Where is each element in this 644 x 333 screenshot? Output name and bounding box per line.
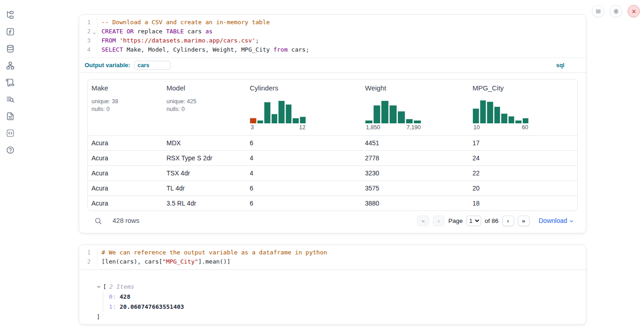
data-table: Makeunique: 38nulls: 0Modelunique: 425nu… xyxy=(87,79,578,211)
code-token: -- Download a CSV and create an in-memor… xyxy=(102,19,270,26)
column-header-cylinders[interactable]: Cylinders312 xyxy=(246,79,361,135)
list-output-tree: [ 2 Items 0: 4281: 20.060747663551403 ] xyxy=(87,276,578,322)
database-icon xyxy=(6,44,15,53)
table-cell: 4 xyxy=(246,154,361,162)
output-variable-input[interactable] xyxy=(134,61,171,70)
panel-snippets[interactable] xyxy=(5,128,15,137)
histogram-bars xyxy=(365,99,422,123)
chevron-down-icon xyxy=(569,219,574,224)
python-code-editor[interactable]: 12 # We can reference the output variabl… xyxy=(79,245,586,270)
table-cell: 2778 xyxy=(361,154,469,162)
column-stats: unique: 38nulls: 0 xyxy=(91,98,159,113)
column-header-weight[interactable]: Weight1,8507,190 xyxy=(361,79,469,135)
function-square-icon xyxy=(6,27,15,36)
first-page-button[interactable]: « xyxy=(417,216,429,226)
fold-chevron-icon[interactable] xyxy=(92,29,97,34)
code-token: from xyxy=(274,46,288,53)
sidebar xyxy=(0,0,20,333)
code-token: 'https://datasets.marimo.app/cars.csv' xyxy=(119,37,255,44)
code-token xyxy=(123,28,127,35)
column-header-model[interactable]: Modelunique: 425nulls: 0 xyxy=(163,79,246,135)
table-cell: 20 xyxy=(469,185,578,192)
histogram-bars xyxy=(250,99,306,123)
tree-root-line: [ 2 Items xyxy=(97,282,578,292)
menu-button[interactable] xyxy=(592,5,604,17)
histogram-bar xyxy=(300,116,306,123)
code-token: replace xyxy=(134,28,166,35)
code-token: cars xyxy=(184,28,205,35)
histogram-bar xyxy=(278,100,285,123)
code-line: # We can reference the output variable a… xyxy=(102,248,586,257)
item-colon: : xyxy=(113,303,120,310)
download-button[interactable]: Download xyxy=(539,217,574,224)
table-cell: 3575 xyxy=(361,185,469,192)
next-page-icon: › xyxy=(507,217,509,224)
code-token: [len(cars), cars[ xyxy=(102,258,162,265)
pagination: « ‹ Page 1 of 86 › » Download xyxy=(417,216,577,226)
code-line: SELECT Make, Model, Cylinders, Weight, M… xyxy=(102,45,586,54)
panel-help[interactable] xyxy=(5,145,15,154)
next-page-button[interactable]: › xyxy=(502,216,514,226)
table-footer: 428 rows « ‹ Page 1 of 86 › » Download xyxy=(87,211,578,230)
tree-item: 1: 20.060747663551403 xyxy=(109,302,578,312)
table-cell: Acura xyxy=(88,200,163,207)
page-select[interactable]: 1 xyxy=(467,216,481,226)
panel-scratchpad[interactable] xyxy=(5,78,15,87)
table-cell: MDX xyxy=(163,139,246,147)
panel-variables[interactable] xyxy=(5,27,15,36)
code-token: FROM xyxy=(102,37,116,44)
line-number: 1 xyxy=(79,18,97,27)
histogram-bar xyxy=(494,106,501,123)
histogram-bar xyxy=(365,120,373,123)
histogram-bar xyxy=(389,105,397,123)
panel-datasources[interactable] xyxy=(5,44,15,53)
table-cell: Acura xyxy=(88,154,163,162)
histogram-bar xyxy=(397,111,405,123)
code-line: [len(cars), cars["MPG_City"].mean()] xyxy=(102,257,586,266)
axis-max-label: 60 xyxy=(522,124,528,131)
row-count: 428 rows xyxy=(113,217,140,224)
column-histogram: 1,8507,190 xyxy=(365,99,422,131)
last-page-button[interactable]: » xyxy=(518,216,530,226)
panel-dependencies[interactable] xyxy=(5,61,15,70)
code-token: as xyxy=(205,28,213,35)
settings-button[interactable] xyxy=(610,5,622,17)
scroll-icon xyxy=(6,78,15,87)
page-label: Page xyxy=(448,217,463,224)
column-header-mpg_city[interactable]: MPG_City1060 xyxy=(469,79,578,135)
code-line: CREATE OR replace TABLE cars as xyxy=(102,27,586,36)
language-badge[interactable]: sql xyxy=(556,62,564,69)
table-cell: Acura xyxy=(88,139,163,147)
shutdown-button[interactable] xyxy=(628,5,640,17)
table-cell: 4451 xyxy=(361,139,469,147)
histogram-bar xyxy=(480,100,487,123)
tree-close-line: ] xyxy=(97,312,578,322)
table-cell: 3880 xyxy=(361,200,469,207)
file-tree-icon xyxy=(6,11,15,19)
line-number: 2 xyxy=(79,257,97,266)
code-line: FROM 'https://datasets.marimo.app/cars.c… xyxy=(102,36,586,45)
histogram-bar xyxy=(413,120,421,123)
prev-page-button[interactable]: ‹ xyxy=(433,216,445,226)
table-cell: TL 4dr xyxy=(163,185,246,192)
histogram-bar xyxy=(285,104,292,123)
open-bracket: [ xyxy=(103,282,107,292)
panel-file-explorer[interactable] xyxy=(5,10,15,19)
search-icon[interactable] xyxy=(94,217,102,225)
collapse-chevron-icon[interactable] xyxy=(97,285,101,289)
table-cell: Acura xyxy=(88,185,163,192)
column-header-make[interactable]: Makeunique: 38nulls: 0 xyxy=(88,79,163,135)
gear-icon xyxy=(613,8,619,15)
code-token: OR xyxy=(127,28,134,35)
panel-documentation[interactable] xyxy=(5,111,15,121)
panel-logs[interactable] xyxy=(5,95,15,104)
code-token: ].mean()] xyxy=(198,258,230,265)
histogram-bar xyxy=(373,105,381,123)
histogram-bar xyxy=(501,113,508,123)
table-cell: 4 xyxy=(246,169,361,177)
sql-code-editor[interactable]: 1234 -- Download a CSV and create an in-… xyxy=(79,15,586,58)
histogram-bar xyxy=(472,108,479,123)
item-value: 20.060747663551403 xyxy=(119,303,184,310)
histogram-bar xyxy=(406,119,413,123)
output-variable-row: Output variable: sql xyxy=(79,58,586,72)
